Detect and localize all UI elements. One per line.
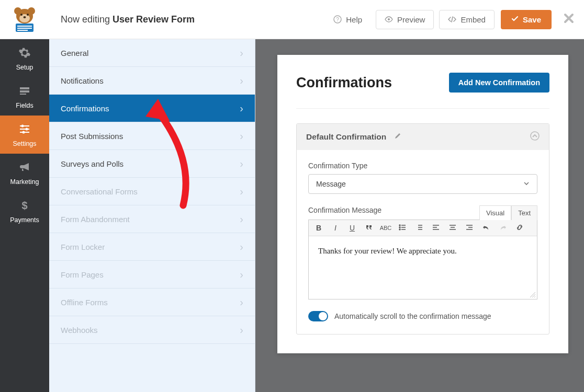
svg-rect-8 (17, 26, 32, 27)
panel-title: Confirmations (296, 75, 392, 91)
sidebar-item-form-pages[interactable]: Form Pages › (49, 261, 255, 289)
close-button[interactable] (563, 13, 575, 26)
chevron-right-icon: › (240, 296, 243, 308)
nav-rail: Setup Fields Settings Marketing $ Paymen… (0, 39, 49, 392)
svg-point-22 (23, 131, 25, 134)
confirmation-type-select[interactable]: Message (308, 174, 537, 194)
svg-rect-14 (20, 87, 29, 89)
chevron-right-icon: › (240, 158, 243, 170)
strikethrough-button[interactable]: ABC (381, 223, 390, 233)
sidebar-item-post-submissions[interactable]: Post Submissions › (49, 122, 255, 150)
align-right-button[interactable] (465, 223, 474, 233)
collapse-button[interactable] (530, 131, 540, 143)
bold-button[interactable]: B (314, 223, 323, 233)
chevron-up-circle-icon (530, 133, 540, 142)
svg-point-5 (27, 14, 29, 16)
embed-button[interactable]: Embed (439, 10, 495, 29)
nav-fields[interactable]: Fields (0, 77, 49, 116)
preview-button[interactable]: Preview (376, 10, 434, 29)
svg-point-24 (531, 132, 539, 140)
redo-button[interactable] (498, 223, 508, 233)
svg-point-20 (26, 128, 28, 131)
numbered-list-button[interactable] (414, 223, 424, 233)
sidebar-item-offline-forms[interactable]: Offline Forms › (49, 289, 255, 316)
chevron-right-icon: › (240, 186, 243, 198)
align-right-icon (466, 224, 473, 233)
svg-point-27 (399, 227, 400, 228)
align-left-icon (432, 224, 440, 233)
close-icon (563, 17, 575, 26)
chevron-right-icon: › (240, 324, 243, 336)
rich-text-editor: B I U ABC (308, 220, 537, 299)
nav-marketing[interactable]: Marketing (0, 154, 49, 192)
sidebar-item-conversational-forms[interactable]: Conversational Forms › (49, 178, 255, 205)
svg-point-25 (399, 225, 400, 226)
chevron-right-icon: › (240, 75, 243, 87)
redo-icon (499, 224, 507, 233)
nav-payments[interactable]: $ Payments (0, 192, 49, 230)
svg-point-4 (20, 14, 23, 16)
undo-icon (482, 224, 490, 233)
link-icon (516, 224, 523, 233)
svg-text:?: ? (336, 17, 339, 22)
svg-rect-10 (17, 30, 28, 31)
editor-tab-visual[interactable]: Visual (479, 205, 511, 220)
align-center-button[interactable] (448, 223, 457, 233)
chevron-right-icon: › (240, 47, 243, 59)
chevron-right-icon: › (240, 130, 243, 142)
code-icon (448, 15, 456, 24)
app-logo[interactable] (0, 0, 49, 39)
sidebar-item-general[interactable]: General › (49, 39, 255, 67)
align-left-button[interactable] (431, 223, 441, 233)
nav-setup[interactable]: Setup (0, 39, 49, 77)
help-button[interactable]: ? Help (325, 10, 370, 29)
add-confirmation-button[interactable]: Add New Confirmation (449, 73, 549, 93)
confirmation-card: Default Confirmation (296, 123, 549, 335)
gear-icon (2, 47, 47, 61)
editing-title: Now editing User Review Form (49, 14, 195, 25)
confirmations-panel: Confirmations Add New Confirmation Defau… (277, 55, 568, 353)
underline-button[interactable]: U (347, 223, 357, 233)
svg-rect-15 (20, 90, 29, 93)
fields-icon (2, 85, 47, 99)
bulleted-list-button[interactable] (398, 223, 407, 233)
pencil-icon (394, 132, 401, 141)
auto-scroll-toggle[interactable] (308, 311, 328, 321)
form-name: User Review Form (113, 14, 195, 25)
svg-point-6 (24, 16, 26, 18)
sidebar-item-notifications[interactable]: Notifications › (49, 67, 255, 95)
italic-button[interactable]: I (331, 223, 340, 233)
settings-subpanel: General › Notifications › Confirmations … (49, 39, 255, 392)
editor-content[interactable]: Thanks for your review! We appreciate yo… (309, 236, 537, 299)
link-button[interactable] (515, 223, 524, 233)
sidebar-item-form-abandonment[interactable]: Form Abandonment › (49, 205, 255, 233)
undo-button[interactable] (481, 223, 491, 233)
edit-name-button[interactable] (394, 132, 401, 141)
sidebar-item-surveys-polls[interactable]: Surveys and Polls › (49, 150, 255, 178)
list-ol-icon (415, 224, 423, 233)
sliders-icon (2, 123, 47, 137)
dollar-icon: $ (2, 199, 47, 213)
editing-prefix: Now editing (61, 14, 113, 25)
content-area: Confirmations Add New Confirmation Defau… (255, 39, 584, 392)
sidebar-item-form-locker[interactable]: Form Locker › (49, 233, 255, 261)
sidebar-item-webhooks[interactable]: Webhooks › (49, 316, 255, 344)
confirmation-type-label: Confirmation Type (308, 162, 537, 170)
svg-rect-16 (20, 94, 26, 95)
chevron-right-icon: › (240, 213, 243, 225)
bullhorn-icon (2, 161, 47, 175)
svg-rect-9 (17, 28, 32, 29)
svg-point-13 (388, 18, 390, 20)
resize-grip-icon[interactable] (530, 292, 536, 298)
svg-point-29 (399, 229, 400, 230)
chevron-right-icon: › (240, 241, 243, 253)
eye-icon (385, 15, 393, 24)
sidebar-item-confirmations[interactable]: Confirmations › (49, 95, 255, 122)
confirmation-message-label: Confirmation Message (308, 206, 381, 214)
check-icon (511, 15, 519, 24)
save-button[interactable]: Save (501, 10, 552, 29)
list-ul-icon (399, 224, 406, 233)
blockquote-button[interactable] (364, 223, 374, 233)
editor-tab-text[interactable]: Text (511, 205, 537, 220)
nav-settings[interactable]: Settings (0, 116, 49, 154)
